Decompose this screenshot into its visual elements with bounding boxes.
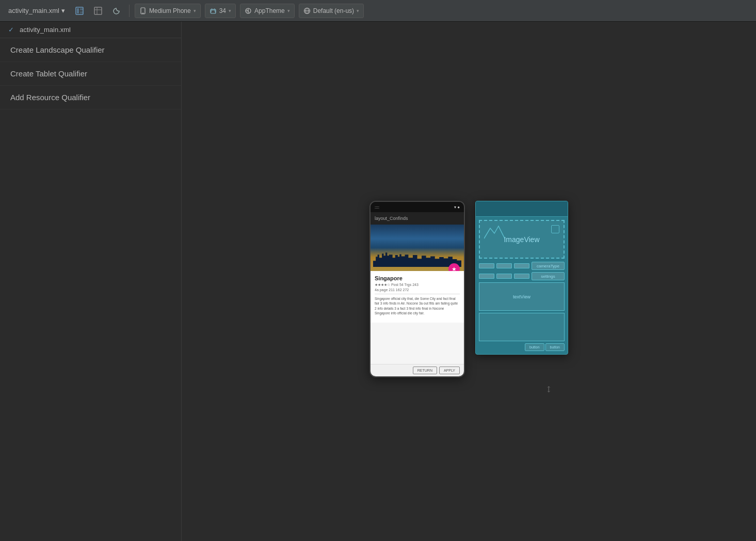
tablet-small-rect-5 <box>496 274 512 279</box>
resize-handle[interactable]: ⤡ <box>543 383 555 395</box>
blueprint-icon <box>93 6 103 15</box>
phone-icon <box>139 7 147 14</box>
locale-chevron: ▾ <box>357 8 359 13</box>
sidebar-file-label: activity_main.xml <box>20 26 71 34</box>
file-tab[interactable]: activity_main.xml ▾ <box>4 5 69 17</box>
tablet-settings-btn[interactable]: settings <box>532 272 565 280</box>
tablet-small-rect-2 <box>496 263 512 268</box>
phone-apply-btn[interactable]: APPLY <box>439 367 460 374</box>
mountain-icon <box>484 224 505 240</box>
locale-label: Default (en-us) <box>313 7 354 14</box>
tablet-body: ImageView cameraType settings <box>476 217 568 354</box>
content-area: :::: ▾ ● layout_Confinds ★ Singapore ★★★… <box>182 22 756 541</box>
api-label: 34 <box>219 7 226 14</box>
phone-title-bar: layout_Confinds <box>371 212 464 225</box>
phone-meta-2: 4a page 211 162 272 <box>375 288 460 292</box>
tablet-small-rect-3 <box>514 263 529 268</box>
phone-description: Singapore official city that, die Some C… <box>375 296 460 315</box>
resource-label: Add Resource Qualifier <box>10 93 90 102</box>
tablet-label: Create Tablet Qualifier <box>10 69 87 78</box>
main-layout: ✓ activity_main.xml Create Landscape Qua… <box>0 22 756 541</box>
toolbar-separator-1 <box>129 5 130 17</box>
tablet-bottom-btn-1[interactable]: button <box>525 343 544 351</box>
phone-preview: :::: ▾ ● layout_Confinds ★ Singapore ★★★… <box>369 201 465 377</box>
file-tab-label: activity_main.xml <box>8 7 59 14</box>
blueprint-btn[interactable] <box>90 3 106 19</box>
phone-divider <box>375 294 460 294</box>
phone-return-btn[interactable]: RETURN <box>413 367 437 374</box>
status-right: ▾ ● <box>454 205 460 210</box>
phone-meta-1: ★★★★☆ Post 54 Trgs 243 <box>375 283 460 287</box>
phone-label: Medium Phone <box>149 7 191 14</box>
theme-dropdown[interactable]: AppTheme ▾ <box>240 4 295 18</box>
api-chevron: ▾ <box>229 8 231 13</box>
svg-rect-1 <box>77 8 79 13</box>
tablet-small-rect-6 <box>514 274 529 279</box>
file-tab-chevron: ▾ <box>61 7 65 14</box>
tablet-bottom-btn-2[interactable]: button <box>545 343 565 351</box>
phone-city-name: Singapore <box>375 275 460 281</box>
tablet-text-area-2 <box>479 313 565 341</box>
sidebar-item-resource[interactable]: Add Resource Qualifier <box>0 86 181 109</box>
phone-status-bar: :::: ▾ ● <box>371 202 464 212</box>
status-left: :::: <box>375 205 379 210</box>
checkmark-icon: ✓ <box>8 26 15 34</box>
sidebar-item-tablet[interactable]: Create Tablet Qualifier <box>0 62 181 86</box>
phone-buttons-row: RETURN APPLY <box>371 364 464 376</box>
phone-app-title: layout_Confinds <box>375 216 408 221</box>
api-dropdown[interactable]: 34 ▾ <box>205 4 236 18</box>
android-icon <box>210 7 217 14</box>
toolbar: activity_main.xml ▾ Medium Phone ▾ <box>0 0 756 22</box>
tablet-text-area: textView <box>479 282 565 311</box>
tablet-bottom-buttons: button button <box>479 343 565 351</box>
theme-icon <box>245 7 252 14</box>
star-badge: ★ <box>448 263 460 271</box>
phone-dropdown[interactable]: Medium Phone ▾ <box>135 4 201 18</box>
layout-icon-btn[interactable] <box>71 3 88 19</box>
phone-city-image: ★ <box>371 225 464 271</box>
sidebar-item-landscape[interactable]: Create Landscape Qualifier <box>0 38 181 62</box>
svg-rect-3 <box>80 11 83 13</box>
layout-icon <box>75 6 84 15</box>
tablet-camera-btn[interactable]: cameraType <box>532 262 565 270</box>
svg-rect-2 <box>80 8 83 10</box>
tablet-row-1: cameraType <box>479 262 565 270</box>
locale-dropdown[interactable]: Default (en-us) ▾ <box>299 4 364 18</box>
tablet-wireframe: ImageView cameraType settings <box>475 201 568 355</box>
theme-label: AppTheme <box>254 7 285 14</box>
globe-icon <box>303 7 311 14</box>
tablet-row-2: settings <box>479 272 565 280</box>
night-mode-btn[interactable] <box>108 3 125 19</box>
sidebar-panel: ✓ activity_main.xml Create Landscape Qua… <box>0 22 182 541</box>
phone-bottom-area <box>371 323 464 364</box>
tablet-small-rect-1 <box>479 263 494 268</box>
star-icon: ★ <box>452 266 457 272</box>
svg-rect-4 <box>94 7 102 14</box>
theme-chevron: ▾ <box>287 8 290 13</box>
phone-chevron: ▾ <box>194 8 196 13</box>
tablet-image-area: ImageView <box>479 220 565 259</box>
imageview-label: ImageView <box>504 235 539 244</box>
tablet-header <box>476 201 568 217</box>
night-icon <box>112 6 121 15</box>
phone-content-area: Singapore ★★★★☆ Post 54 Trgs 243 4a page… <box>371 271 464 322</box>
tablet-small-rect-4 <box>479 274 494 279</box>
preview-container: :::: ▾ ● layout_Confinds ★ Singapore ★★★… <box>369 201 568 377</box>
sidebar-file-item[interactable]: ✓ activity_main.xml <box>0 22 181 38</box>
landscape-label: Create Landscape Qualifier <box>10 45 105 54</box>
